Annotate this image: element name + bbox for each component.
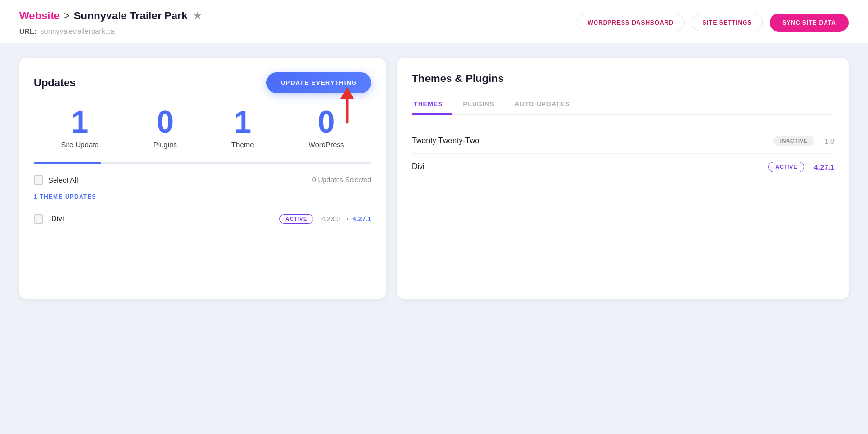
progress-bar-fill [34, 162, 101, 164]
list-item: Divi ACTIVE 4.27.1 [412, 154, 834, 180]
updates-panel-title: Updates [34, 77, 76, 89]
stat-theme-number: 1 [234, 107, 251, 137]
themes-plugins-panel: Themes & Plugins THEMES PLUGINS AUTO UPD… [397, 58, 849, 299]
stat-wordpress: 0 WordPress [309, 107, 344, 149]
stat-plugins-number: 0 [157, 107, 174, 137]
stat-theme-label: Theme [231, 140, 254, 149]
theme-version-divi: 4.27.1 [814, 163, 834, 171]
theme-inactive-badge: INACTIVE [773, 136, 815, 146]
progress-bar [34, 162, 371, 164]
site-settings-button[interactable]: SITE SETTINGS [692, 14, 763, 31]
url-value: sunnyvaletrailerpark.ca [41, 27, 115, 35]
breadcrumb-website[interactable]: Website [19, 10, 60, 22]
theme-version-twentytwentytwo: 1.8 [824, 137, 834, 145]
breadcrumb: Website > Sunnyvale Trailer Park ★ [19, 10, 201, 22]
themes-plugins-title: Themes & Plugins [412, 72, 834, 85]
table-row: Divi ACTIVE 4.23.0 → 4.27.1 [34, 207, 371, 231]
stat-theme: 1 Theme [231, 107, 254, 149]
breadcrumb-star-icon[interactable]: ★ [193, 11, 201, 21]
update-everything-button[interactable]: UPDATE EVERYTHING [266, 72, 371, 93]
updates-selected-text: 0 Updates Selected [312, 176, 371, 184]
select-row: Select All 0 Updates Selected [34, 175, 371, 185]
header-right: WORDPRESS DASHBOARD SITE SETTINGS SYNC S… [577, 14, 849, 32]
url-row: URL: sunnyvaletrailerpark.ca [19, 27, 201, 35]
divi-version-info: 4.23.0 → 4.27.1 [321, 215, 371, 223]
header: Website > Sunnyvale Trailer Park ★ URL: … [0, 0, 868, 43]
select-all-label[interactable]: Select All [34, 175, 78, 185]
stat-site-update-number: 1 [71, 107, 89, 137]
breadcrumb-title: Sunnyvale Trailer Park [74, 10, 188, 22]
tab-auto-updates[interactable]: AUTO UPDATES [513, 95, 580, 115]
stat-site-update-label: Site Update [61, 140, 98, 149]
stats-row: 1 Site Update 0 Plugins 1 Theme 0 WordPr… [34, 107, 371, 149]
tabs-row: THEMES PLUGINS AUTO UPDATES [412, 95, 834, 115]
stat-plugins-label: Plugins [153, 140, 177, 149]
theme-updates-section-label: 1 THEME UPDATES [34, 193, 371, 200]
url-label: URL: [19, 27, 37, 35]
breadcrumb-separator: > [64, 10, 70, 22]
wordpress-dashboard-button[interactable]: WORDPRESS DASHBOARD [577, 14, 685, 31]
divi-version-old: 4.23.0 [321, 215, 340, 223]
themes-list: Twenty Twenty-Two INACTIVE 1.8 Divi ACTI… [412, 128, 834, 180]
main-content: Updates UPDATE EVERYTHING 1 Site Updat [0, 43, 868, 313]
select-all-text: Select All [48, 176, 78, 184]
divi-update-name: Divi [51, 215, 271, 223]
stat-wordpress-label: WordPress [309, 140, 344, 149]
updates-panel: Updates UPDATE EVERYTHING 1 Site Updat [19, 58, 386, 299]
tab-plugins[interactable]: PLUGINS [461, 95, 504, 115]
divi-update-checkbox[interactable] [34, 214, 43, 224]
tab-themes[interactable]: THEMES [412, 95, 452, 115]
sync-site-data-button[interactable]: SYNC SITE DATA [770, 14, 849, 32]
list-item: Twenty Twenty-Two INACTIVE 1.8 [412, 128, 834, 154]
stat-wordpress-number: 0 [318, 107, 335, 137]
theme-name-twentytwentytwo: Twenty Twenty-Two [412, 136, 773, 145]
version-arrow-icon: → [343, 215, 350, 223]
header-left: Website > Sunnyvale Trailer Park ★ URL: … [19, 10, 201, 35]
divi-active-badge: ACTIVE [279, 214, 313, 224]
theme-active-badge: ACTIVE [768, 162, 804, 172]
theme-name-divi: Divi [412, 163, 768, 171]
update-btn-wrapper: UPDATE EVERYTHING [266, 72, 371, 93]
stat-site-update: 1 Site Update [61, 107, 98, 149]
updates-panel-header: Updates UPDATE EVERYTHING [34, 72, 371, 93]
stat-plugins: 0 Plugins [153, 107, 177, 149]
select-all-checkbox[interactable] [34, 175, 43, 185]
divi-version-new: 4.27.1 [353, 215, 371, 223]
